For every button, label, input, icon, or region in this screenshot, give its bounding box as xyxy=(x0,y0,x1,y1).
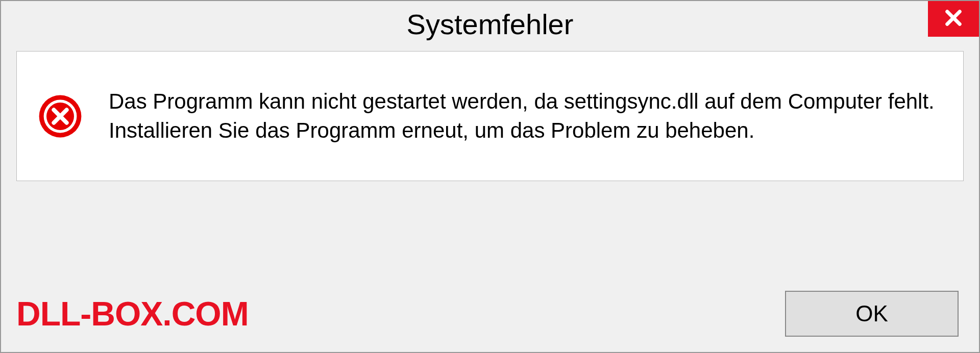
error-icon xyxy=(37,93,83,139)
content-area: Das Programm kann nicht gestartet werden… xyxy=(16,51,964,181)
title-bar: Systemfehler xyxy=(1,1,979,47)
error-message: Das Programm kann nicht gestartet werden… xyxy=(109,87,938,145)
close-icon xyxy=(943,7,964,31)
watermark-text: DLL-BOX.COM xyxy=(16,294,249,333)
error-dialog: Systemfehler Das Programm kann nicht ges… xyxy=(0,0,980,353)
close-button[interactable] xyxy=(928,1,979,37)
footer-area: DLL-BOX.COM OK xyxy=(1,275,979,352)
ok-button[interactable]: OK xyxy=(785,291,959,337)
dialog-title: Systemfehler xyxy=(407,8,574,41)
